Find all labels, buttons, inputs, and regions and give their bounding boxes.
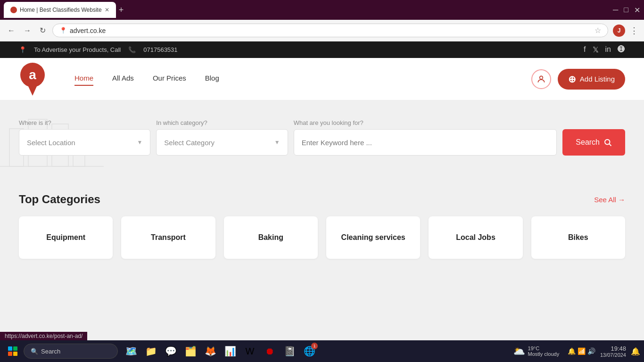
logo-circle: a — [20, 63, 45, 87]
active-tab[interactable]: Home | Best Classifieds Website ✕ — [4, 2, 116, 18]
see-all-link[interactable]: See All → — [594, 196, 625, 204]
categories-header: Top Categories See All → — [19, 193, 625, 206]
nav-home[interactable]: Home — [74, 74, 93, 84]
tab-title: Home | Best Classifieds Website — [20, 7, 102, 13]
nav-actions: ⊕ Add Listing — [531, 69, 625, 90]
weather-condition: Mostly cloudy — [528, 351, 560, 357]
location-icon: 📍 — [19, 46, 26, 53]
taskbar-search-icon: 🔍 — [31, 348, 38, 355]
category-chevron-icon: ▼ — [274, 139, 280, 146]
keyword-label: What are you looking for? — [294, 119, 557, 126]
location-dropdown[interactable]: Select Location ▼ — [19, 129, 150, 156]
instagram-icon[interactable]: 🅘 — [618, 45, 625, 54]
keyword-input[interactable] — [294, 129, 557, 156]
notification-center-icon[interactable]: 🔔 — [631, 347, 640, 356]
category-transport[interactable]: Transport — [121, 216, 215, 259]
category-baking[interactable]: Baking — [224, 216, 318, 259]
location-label: Where is it? — [19, 119, 150, 126]
search-icon — [603, 138, 612, 147]
logo-letter: a — [29, 67, 36, 82]
weather-widget: 🌥️ 19°C Mostly cloudy — [513, 346, 560, 357]
minimize-button[interactable]: ─ — [613, 6, 618, 14]
maximize-button[interactable]: □ — [624, 6, 628, 14]
twitter-icon[interactable]: 𝕏 — [593, 45, 599, 54]
tab-favicon — [10, 7, 17, 13]
category-placeholder: Select Category — [164, 139, 215, 147]
keyword-field-group: What are you looking for? — [294, 119, 557, 156]
search-form: Where is it? Select Location ▼ In which … — [19, 119, 625, 156]
weather-temp: 19°C — [528, 346, 560, 351]
category-bikes[interactable]: Bikes — [531, 216, 625, 259]
browser-window-controls: ─ □ ✕ — [613, 6, 640, 15]
search-fields: Where is it? Select Location ▼ In which … — [19, 119, 625, 156]
status-url: https://advert.co.ke/post-an-ad/ — [5, 333, 83, 339]
word-app[interactable]: W — [240, 342, 259, 361]
social-links: f 𝕏 in 🅘 — [584, 45, 625, 54]
clock-date: 13/07/2024 — [600, 352, 626, 358]
category-dropdown[interactable]: Select Category ▼ — [156, 129, 288, 156]
linkedin-icon[interactable]: in — [605, 45, 611, 54]
svg-point-6 — [605, 140, 610, 145]
status-bar: https://advert.co.ke/post-an-ad/ — [0, 332, 87, 340]
facebook-icon[interactable]: f — [584, 45, 586, 54]
taskbar-apps: 🗺️ 📁 💬 🗂️ 🦊 📊 W ⏺ 📓 🌐 1 — [122, 342, 319, 361]
category-cleaning-services[interactable]: Cleaning services — [326, 216, 420, 259]
tab-close-button[interactable]: ✕ — [105, 7, 109, 13]
category-label: In which category? — [156, 119, 288, 126]
hero-section: Where is it? Select Location ▼ In which … — [0, 100, 644, 176]
weather-info: 19°C Mostly cloudy — [528, 346, 560, 357]
folder-app[interactable]: 🗂️ — [181, 342, 200, 361]
system-icons: 🔔 📶 🔊 — [568, 347, 595, 355]
search-button-label: Search — [576, 138, 600, 147]
app6[interactable]: 📊 — [221, 342, 239, 361]
chrome-app[interactable]: 🌐 1 — [300, 342, 319, 361]
browser-tabs: Home | Best Classifieds Website ✕ + — [4, 2, 610, 18]
forward-button[interactable]: → — [22, 25, 33, 37]
taskbar-search[interactable]: 🔍 Search — [24, 344, 118, 359]
weather-icon: 🌥️ — [513, 346, 525, 357]
new-tab-button[interactable]: + — [119, 5, 124, 15]
category-field-group: In which category? Select Category ▼ — [156, 119, 288, 156]
user-login-button[interactable] — [531, 69, 551, 89]
nav-blog[interactable]: Blog — [205, 74, 219, 84]
firefox-app[interactable]: 🦊 — [201, 342, 220, 361]
top-announcement-bar: 📍 To Advertise your Products, Call 📞 071… — [0, 41, 644, 58]
chat-app[interactable]: 💬 — [161, 342, 180, 361]
location-field-group: Where is it? Select Location ▼ — [19, 119, 150, 156]
back-button[interactable]: ← — [6, 25, 17, 37]
nav-links: Home All Ads Our Prices Blog — [74, 74, 531, 84]
top-bar-contact: 📍 To Advertise your Products, Call 📞 071… — [19, 46, 178, 53]
logo[interactable]: a — [19, 63, 46, 96]
bookmark-icon[interactable]: ☆ — [594, 26, 601, 35]
rec-app[interactable]: ⏺ — [260, 342, 279, 361]
maps-app[interactable]: 🗺️ — [122, 342, 140, 361]
browser-chrome: Home | Best Classifieds Website ✕ + ─ □ … — [0, 0, 644, 20]
categories-grid: Equipment Transport Baking Cleaning serv… — [19, 216, 625, 259]
logo-pin-tail — [28, 85, 37, 96]
svg-point-0 — [539, 76, 543, 79]
browser-menu-button[interactable]: ⋮ — [630, 25, 638, 36]
categories-section: Top Categories See All → Equipment Trans… — [0, 176, 644, 276]
category-equipment[interactable]: Equipment — [19, 216, 113, 259]
close-button[interactable]: ✕ — [634, 6, 640, 15]
category-local-jobs[interactable]: Local Jobs — [429, 216, 522, 259]
location-placeholder: Select Location — [27, 139, 75, 147]
add-listing-button[interactable]: ⊕ Add Listing — [558, 69, 625, 90]
start-button[interactable] — [4, 342, 22, 360]
taskbar: 🔍 Search 🗺️ 📁 💬 🗂️ 🦊 📊 W ⏺ 📓 🌐 1 🌥️ 19°C… — [0, 340, 644, 362]
notes-app[interactable]: 📓 — [280, 342, 299, 361]
profile-button[interactable]: J — [613, 25, 625, 37]
nav-all-ads[interactable]: All Ads — [112, 74, 134, 84]
reload-button[interactable]: ↻ — [38, 24, 48, 37]
search-button[interactable]: Search — [562, 129, 625, 156]
categories-title: Top Categories — [19, 193, 100, 206]
main-navigation: a Home All Ads Our Prices Blog ⊕ Add Lis… — [0, 58, 644, 100]
nav-our-prices[interactable]: Our Prices — [153, 74, 186, 84]
files-app[interactable]: 📁 — [141, 342, 160, 361]
logo-icon: a — [19, 63, 46, 96]
add-listing-label: Add Listing — [580, 75, 615, 83]
location-chevron-icon: ▼ — [137, 139, 142, 146]
taskbar-search-label: Search — [41, 348, 60, 355]
taskbar-right: 🌥️ 19°C Mostly cloudy 🔔 📶 🔊 19:48 13/07/… — [513, 345, 640, 358]
address-bar[interactable]: 📍 advert.co.ke ☆ — [52, 24, 608, 37]
